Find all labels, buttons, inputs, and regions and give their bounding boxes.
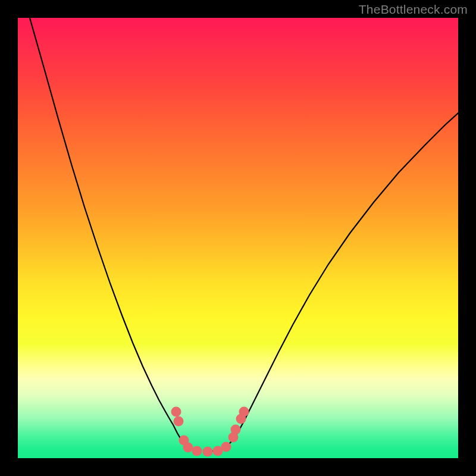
data-marker	[221, 442, 231, 452]
chart-frame: TheBottleneck.com	[0, 0, 476, 476]
chart-svg	[18, 18, 458, 458]
data-marker	[239, 407, 249, 417]
data-marker	[171, 407, 181, 417]
data-marker	[231, 425, 241, 435]
left-curve	[30, 18, 201, 451]
data-marker	[174, 416, 184, 427]
plot-area	[18, 18, 458, 458]
right-curve	[213, 113, 458, 451]
markers-group	[171, 407, 249, 457]
data-marker	[203, 447, 213, 457]
data-marker	[183, 443, 193, 453]
curves-group	[30, 18, 458, 451]
watermark-text: TheBottleneck.com	[359, 2, 468, 17]
data-marker	[192, 446, 202, 456]
